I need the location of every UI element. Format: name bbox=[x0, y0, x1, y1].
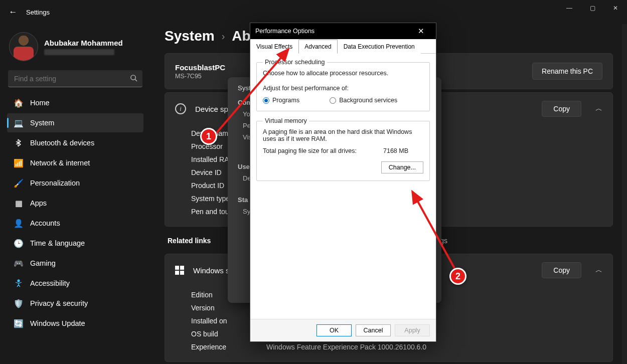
sidebar-item-label: Home bbox=[30, 99, 50, 107]
sidebar-item-label: Apps bbox=[30, 199, 47, 207]
sidebar-item-system[interactable]: 💻System bbox=[7, 113, 143, 132]
spec-label: Experience bbox=[191, 343, 266, 351]
avatar bbox=[9, 32, 38, 61]
sidebar-item-accessibility[interactable]: Accessibility bbox=[7, 274, 143, 293]
chevron-right-icon: › bbox=[222, 31, 225, 42]
sidebar-item-label: System bbox=[30, 119, 54, 127]
search-box[interactable] bbox=[8, 70, 142, 87]
annotation-badge-1: 1 bbox=[200, 128, 217, 145]
sidebar-item-label: Network & internet bbox=[30, 159, 90, 167]
info-icon: i bbox=[175, 103, 186, 114]
radio-unchecked-icon bbox=[330, 97, 336, 104]
tab-dep[interactable]: Data Execution Prevention bbox=[338, 40, 421, 54]
sidebar-item-label: Bluetooth & devices bbox=[30, 139, 94, 147]
sidebar-item-label: Time & language bbox=[30, 239, 85, 247]
sidebar-item-apps[interactable]: ▦Apps bbox=[7, 194, 143, 213]
virtual-memory-legend: Virtual memory bbox=[263, 117, 309, 124]
ok-button[interactable]: OK bbox=[317, 324, 352, 336]
cancel-button[interactable]: Cancel bbox=[356, 324, 391, 336]
spec-value: Windows Feature Experience Pack 1000.261… bbox=[266, 343, 426, 351]
pc-model: MS-7C95 bbox=[175, 73, 225, 80]
copy-windows-specs-button[interactable]: Copy bbox=[542, 262, 581, 278]
sidebar: Abubakar Mohammed 🏠Home💻SystemBluetooth … bbox=[0, 24, 150, 364]
app-title: Settings bbox=[26, 9, 50, 16]
personalization-icon: 🖌️ bbox=[14, 178, 23, 188]
sidebar-item-label: Accounts bbox=[30, 219, 60, 227]
radio-bg-label: Background services bbox=[339, 97, 397, 104]
privacy-security-icon: 🛡️ bbox=[14, 299, 23, 308]
rename-pc-button[interactable]: Rename this PC bbox=[532, 63, 602, 80]
window-controls: — ▢ ✕ bbox=[558, 0, 627, 16]
copy-device-specs-button[interactable]: Copy bbox=[542, 101, 581, 117]
spec-row: ExperienceWindows Feature Experience Pac… bbox=[191, 340, 586, 353]
breadcrumb-parent[interactable]: System bbox=[165, 28, 215, 44]
related-links-label: Related links bbox=[168, 237, 211, 245]
sidebar-item-network-internet[interactable]: 📶Network & internet bbox=[7, 153, 143, 172]
search-input[interactable] bbox=[8, 70, 142, 87]
apps-icon: ▦ bbox=[14, 199, 23, 208]
sidebar-item-privacy-security[interactable]: 🛡️Privacy & security bbox=[7, 294, 143, 313]
vm-total-label: Total paging file size for all drives: bbox=[263, 147, 383, 154]
sidebar-item-label: Accessibility bbox=[30, 279, 70, 287]
nav: 🏠Home💻SystemBluetooth & devices📶Network … bbox=[4, 93, 146, 333]
processor-scheduling-legend: Processor scheduling bbox=[263, 59, 327, 66]
processor-scheduling-desc: Choose how to allocate processor resourc… bbox=[263, 70, 423, 77]
virtual-memory-group: Virtual memory A paging file is an area … bbox=[256, 117, 430, 181]
settings-window: ← Settings — ▢ ✕ Abubakar Mohammed bbox=[0, 0, 627, 364]
pc-name: FocusblastPC bbox=[175, 63, 225, 72]
sidebar-item-gaming[interactable]: 🎮Gaming bbox=[7, 254, 143, 273]
sidebar-item-windows-update[interactable]: 🔄Windows Update bbox=[7, 314, 143, 333]
sidebar-item-label: Personalization bbox=[30, 179, 80, 187]
radio-programs[interactable]: Programs bbox=[263, 97, 299, 104]
bluetooth-devices-icon bbox=[14, 138, 23, 147]
accounts-icon: 👤 bbox=[14, 219, 23, 228]
dialog-tabs: Visual Effects Advanced Data Execution P… bbox=[250, 39, 436, 54]
titlebar: ← Settings — ▢ ✕ bbox=[0, 0, 627, 24]
user-name: Abubakar Mohammed bbox=[44, 39, 123, 47]
annotation-badge-2: 2 bbox=[449, 268, 466, 285]
svg-line-1 bbox=[135, 79, 137, 81]
vm-total-value: 7168 MB bbox=[383, 147, 423, 154]
user-profile[interactable]: Abubakar Mohammed bbox=[4, 28, 146, 68]
gaming-icon: 🎮 bbox=[14, 259, 23, 268]
apply-button: Apply bbox=[395, 324, 430, 336]
chevron-up-icon[interactable]: ︿ bbox=[595, 266, 602, 275]
sidebar-item-label: Gaming bbox=[30, 259, 56, 267]
home-icon: 🏠 bbox=[14, 98, 23, 107]
svg-point-2 bbox=[18, 280, 20, 282]
search-icon bbox=[130, 74, 137, 83]
maximize-button[interactable]: ▢ bbox=[581, 0, 604, 16]
chevron-up-icon[interactable]: ︿ bbox=[595, 104, 602, 113]
scrollbar[interactable] bbox=[622, 24, 627, 364]
change-button[interactable]: Change... bbox=[381, 161, 423, 173]
sidebar-item-bluetooth-devices[interactable]: Bluetooth & devices bbox=[7, 133, 143, 152]
radio-background-services[interactable]: Background services bbox=[330, 97, 397, 104]
back-button[interactable]: ← bbox=[4, 3, 22, 21]
sidebar-item-time-language[interactable]: 🕒Time & language bbox=[7, 234, 143, 253]
radio-programs-label: Programs bbox=[272, 97, 299, 104]
adjust-label: Adjust for best performance of: bbox=[263, 85, 423, 92]
svg-point-0 bbox=[131, 75, 135, 80]
sidebar-item-accounts[interactable]: 👤Accounts bbox=[7, 214, 143, 233]
close-button[interactable]: ✕ bbox=[604, 0, 627, 16]
dialog-body: Processor scheduling Choose how to alloc… bbox=[250, 54, 436, 319]
sidebar-item-label: Privacy & security bbox=[30, 299, 88, 307]
time-language-icon: 🕒 bbox=[14, 239, 23, 248]
tab-advanced[interactable]: Advanced bbox=[298, 40, 337, 54]
dialog-titlebar[interactable]: Performance Options ✕ bbox=[250, 23, 436, 39]
sidebar-item-label: Windows Update bbox=[30, 319, 85, 327]
sidebar-item-home[interactable]: 🏠Home bbox=[7, 93, 143, 112]
windows-update-icon: 🔄 bbox=[14, 319, 23, 328]
dialog-close-button[interactable]: ✕ bbox=[411, 27, 431, 36]
dialog-title: Performance Options bbox=[255, 28, 315, 35]
minimize-button[interactable]: — bbox=[558, 0, 581, 16]
network-internet-icon: 📶 bbox=[14, 158, 23, 167]
radio-checked-icon bbox=[263, 97, 269, 104]
dialog-footer: OK Cancel Apply bbox=[250, 319, 436, 341]
sidebar-item-personalization[interactable]: 🖌️Personalization bbox=[7, 173, 143, 193]
virtual-memory-desc: A paging file is an area on the hard dis… bbox=[263, 128, 423, 142]
system-icon: 💻 bbox=[14, 118, 23, 127]
windows-icon bbox=[175, 266, 184, 275]
tab-visual-effects[interactable]: Visual Effects bbox=[250, 40, 298, 54]
performance-options-dialog: Performance Options ✕ Visual Effects Adv… bbox=[250, 23, 436, 342]
